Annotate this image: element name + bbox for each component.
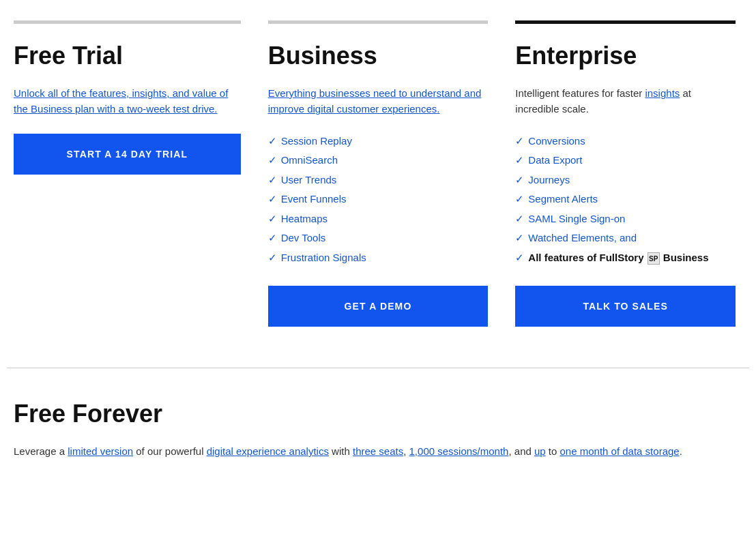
feature-item: ✓ All features of FullStory SP Business [515, 250, 736, 266]
feature-item: ✓ User Trends [268, 173, 489, 188]
plan-bar-business [268, 20, 489, 24]
start-trial-button[interactable]: START A 14 DAY TRIAL [14, 134, 241, 175]
plan-bar-free-trial [14, 20, 241, 24]
feature-label: Segment Alerts [528, 192, 598, 207]
feature-item: ✓ Segment Alerts [515, 192, 736, 207]
business-features-list: ✓ Session Replay ✓ OmniSearch ✓ User Tre… [268, 134, 489, 266]
check-icon: ✓ [268, 211, 277, 227]
feature-item: ✓ Watched Elements, and [515, 231, 736, 246]
check-icon: ✓ [268, 153, 277, 168]
plan-desc-enterprise: Intelligent features for faster insights… [515, 85, 736, 117]
feature-label: Session Replay [281, 134, 352, 149]
feature-item: ✓ Dev Tools [268, 231, 489, 246]
talk-to-sales-button[interactable]: TALK TO SALES [515, 286, 736, 327]
feature-item: ✓ SAML Single Sign-on [515, 211, 736, 227]
feature-label: User Trends [281, 173, 337, 188]
check-icon: ✓ [268, 192, 277, 207]
feature-item: ✓ OmniSearch [268, 153, 489, 168]
plan-enterprise: Enterprise Intelligent features for fast… [501, 14, 749, 347]
feature-label: Frustration Signals [281, 250, 366, 266]
feature-item: ✓ Heatmaps [268, 211, 489, 227]
feature-item: ✓ Event Funnels [268, 192, 489, 207]
feature-label: Watched Elements, and [528, 231, 637, 246]
plan-bar-enterprise [515, 20, 736, 24]
check-icon: ✓ [515, 250, 524, 266]
feature-item: ✓ Frustration Signals [268, 250, 489, 266]
plan-free-trial: Free Trial Unlock all of the features, i… [7, 14, 255, 347]
pricing-grid: Free Trial Unlock all of the features, i… [7, 14, 749, 347]
check-icon: ✓ [515, 134, 524, 149]
feature-label: All features of FullStory SP Business [528, 250, 708, 266]
plan-title-enterprise: Enterprise [515, 38, 736, 74]
feature-label: Journeys [528, 173, 570, 188]
check-icon: ✓ [515, 231, 524, 246]
feature-label: Heatmaps [281, 211, 328, 227]
feature-label: Data Export [528, 153, 582, 168]
check-icon: ✓ [515, 211, 524, 227]
check-icon: ✓ [515, 173, 524, 188]
check-icon: ✓ [268, 134, 277, 149]
free-forever-title: Free Forever [14, 396, 742, 432]
check-icon: ✓ [515, 192, 524, 207]
get-demo-button[interactable]: GET A DEMO [268, 286, 489, 327]
check-icon: ✓ [268, 173, 277, 188]
page-wrapper: Free Trial Unlock all of the features, i… [0, 0, 756, 501]
check-icon: ✓ [515, 153, 524, 168]
check-icon: ✓ [268, 231, 277, 246]
plan-desc-business: Everything businesses need to understand… [268, 85, 489, 117]
free-forever-description: Leverage a limited version of our powerf… [14, 443, 742, 460]
feature-label: Event Funnels [281, 192, 347, 207]
plan-title-business: Business [268, 38, 489, 74]
section-divider [7, 368, 749, 368]
feature-label: Dev Tools [281, 231, 326, 246]
feature-label: Conversions [528, 134, 585, 149]
plan-desc-free-trial: Unlock all of the features, insights, an… [14, 85, 241, 117]
enterprise-features-list: ✓ Conversions ✓ Data Export ✓ Journeys ✓… [515, 134, 736, 266]
free-forever-section: Free Forever Leverage a limited version … [7, 389, 749, 473]
feature-item: ✓ Journeys [515, 173, 736, 188]
feature-label: SAML Single Sign-on [528, 211, 625, 227]
feature-item: ✓ Session Replay [268, 134, 489, 149]
check-icon: ✓ [268, 250, 277, 266]
feature-label: OmniSearch [281, 153, 338, 168]
feature-item: ✓ Conversions [515, 134, 736, 149]
plan-business: Business Everything businesses need to u… [255, 14, 502, 347]
feature-item: ✓ Data Export [515, 153, 736, 168]
plan-title-free-trial: Free Trial [14, 38, 241, 74]
